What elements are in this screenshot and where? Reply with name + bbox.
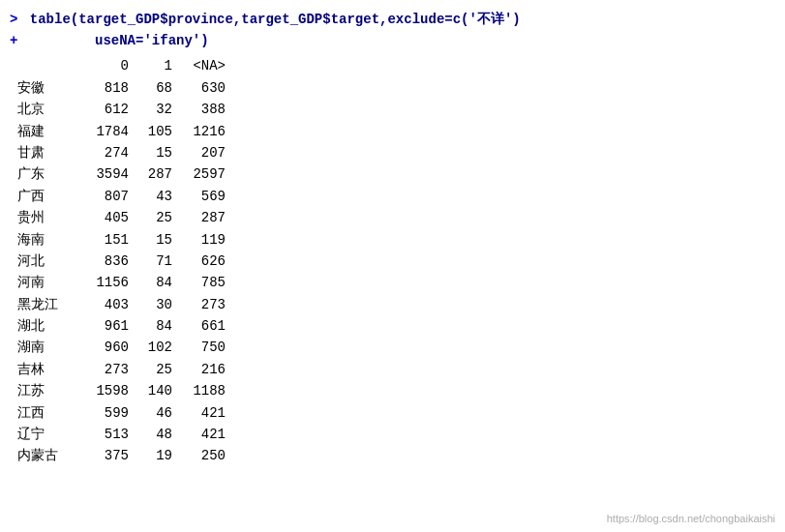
- cell-col1: 71: [129, 251, 172, 272]
- cell-col1: 287: [129, 163, 172, 185]
- cell-col1: 25: [129, 359, 172, 380]
- table-row: 北京 612 32 388: [17, 99, 775, 120]
- header-province: [17, 55, 75, 76]
- table-row: 湖南 960 102 750: [17, 337, 775, 358]
- table-row: 江苏 1598 140 1188: [17, 380, 775, 401]
- cell-province: 江西: [17, 402, 75, 424]
- cell-col0: 274: [75, 142, 129, 163]
- cell-province: 内蒙古: [17, 445, 75, 466]
- cell-colna: 630: [172, 77, 226, 99]
- cell-col1: 46: [129, 402, 172, 424]
- cell-col0: 807: [75, 186, 129, 207]
- cell-colna: 273: [172, 294, 226, 315]
- cell-colna: 287: [172, 207, 226, 228]
- cell-col0: 818: [75, 77, 129, 99]
- table-row: 湖北 961 84 661: [17, 315, 775, 337]
- cell-col1: 84: [129, 272, 172, 293]
- table-row: 甘肃 274 15 207: [17, 142, 775, 163]
- cell-col0: 836: [75, 251, 129, 272]
- cell-col0: 1156: [75, 272, 129, 293]
- cell-colna: 785: [172, 272, 226, 293]
- cell-colna: 1188: [172, 380, 226, 401]
- cell-province: 河北: [17, 251, 75, 272]
- cell-col0: 612: [75, 99, 129, 120]
- cell-col1: 68: [129, 77, 172, 99]
- cell-colna: 661: [172, 315, 226, 337]
- table-row: 江西 599 46 421: [17, 402, 775, 424]
- cell-col0: 403: [75, 294, 129, 315]
- table-row: 贵州 405 25 287: [17, 207, 775, 228]
- cell-province: 贵州: [17, 207, 75, 228]
- cell-province: 江苏: [17, 380, 75, 401]
- cell-col0: 273: [75, 359, 129, 380]
- cell-province: 海南: [17, 229, 75, 251]
- cell-province: 吉林: [17, 359, 75, 380]
- prompt-gt: >: [10, 10, 26, 31]
- table-row: 内蒙古 375 19 250: [17, 445, 775, 466]
- cell-col1: 48: [129, 424, 172, 445]
- table-row: 海南 151 15 119: [17, 229, 775, 251]
- cell-col1: 140: [129, 380, 172, 401]
- cell-province: 甘肃: [17, 142, 75, 163]
- cell-col1: 84: [129, 315, 172, 337]
- prompt-plus: +: [10, 31, 91, 52]
- cell-col0: 3594: [75, 163, 129, 185]
- cell-col0: 405: [75, 207, 129, 228]
- cell-colna: 750: [172, 337, 226, 358]
- table-row: 广西 807 43 569: [17, 186, 775, 207]
- cell-province: 辽宁: [17, 424, 75, 445]
- cell-colna: 207: [172, 142, 226, 163]
- cell-col1: 15: [129, 229, 172, 251]
- cell-col0: 599: [75, 402, 129, 424]
- cell-colna: 216: [172, 359, 226, 380]
- cell-province: 湖北: [17, 315, 75, 337]
- cell-colna: 119: [172, 229, 226, 251]
- cell-province: 湖南: [17, 337, 75, 358]
- cell-province: 安徽: [17, 77, 75, 99]
- cell-col0: 1598: [75, 380, 129, 401]
- cell-colna: 421: [172, 424, 226, 445]
- cell-col0: 1784: [75, 121, 129, 142]
- table-row: 福建 1784 105 1216: [17, 121, 775, 142]
- cell-col1: 25: [129, 207, 172, 228]
- command-text-2: useNA='ifany'): [95, 31, 209, 52]
- watermark: https://blog.csdn.net/chongbaikaishi: [607, 513, 775, 524]
- cell-col0: 960: [75, 337, 129, 358]
- cell-col1: 32: [129, 99, 172, 120]
- cell-colna: 569: [172, 186, 226, 207]
- command-line-2: + useNA='ifany'): [10, 31, 775, 52]
- table-row: 安徽 818 68 630: [17, 77, 775, 99]
- cell-province: 广西: [17, 186, 75, 207]
- cell-col1: 102: [129, 337, 172, 358]
- command-text-1: table(target_GDP$province,target_GDP$tar…: [30, 10, 521, 31]
- cell-col1: 30: [129, 294, 172, 315]
- table-row: 河北 836 71 626: [17, 251, 775, 272]
- table-row: 黑龙江 403 30 273: [17, 294, 775, 315]
- header-colna: <NA>: [172, 55, 226, 76]
- cell-colna: 388: [172, 99, 226, 120]
- cell-col0: 375: [75, 445, 129, 466]
- table-row: 广东 3594 287 2597: [17, 163, 775, 185]
- command-line-1: > table(target_GDP$province,target_GDP$t…: [10, 10, 775, 31]
- cell-province: 广东: [17, 163, 75, 185]
- cell-col1: 19: [129, 445, 172, 466]
- table-row: 河南 1156 84 785: [17, 272, 775, 293]
- table-row: 吉林 273 25 216: [17, 359, 775, 380]
- cell-province: 黑龙江: [17, 294, 75, 315]
- cell-col0: 513: [75, 424, 129, 445]
- cell-colna: 1216: [172, 121, 226, 142]
- cell-colna: 626: [172, 251, 226, 272]
- console-output: > table(target_GDP$province,target_GDP$t…: [0, 0, 785, 532]
- output-table: 0 1 <NA> 安徽 818 68 630 北京 612 32 388 福建 …: [10, 55, 775, 466]
- table-body: 安徽 818 68 630 北京 612 32 388 福建 1784 105 …: [17, 77, 775, 467]
- cell-col0: 151: [75, 229, 129, 251]
- header-col1: 1: [129, 55, 172, 76]
- cell-col1: 43: [129, 186, 172, 207]
- cell-province: 河南: [17, 272, 75, 293]
- cell-colna: 250: [172, 445, 226, 466]
- table-header: 0 1 <NA>: [17, 55, 775, 76]
- cell-col1: 105: [129, 121, 172, 142]
- cell-col1: 15: [129, 142, 172, 163]
- header-col0: 0: [75, 55, 129, 76]
- table-row: 辽宁 513 48 421: [17, 424, 775, 445]
